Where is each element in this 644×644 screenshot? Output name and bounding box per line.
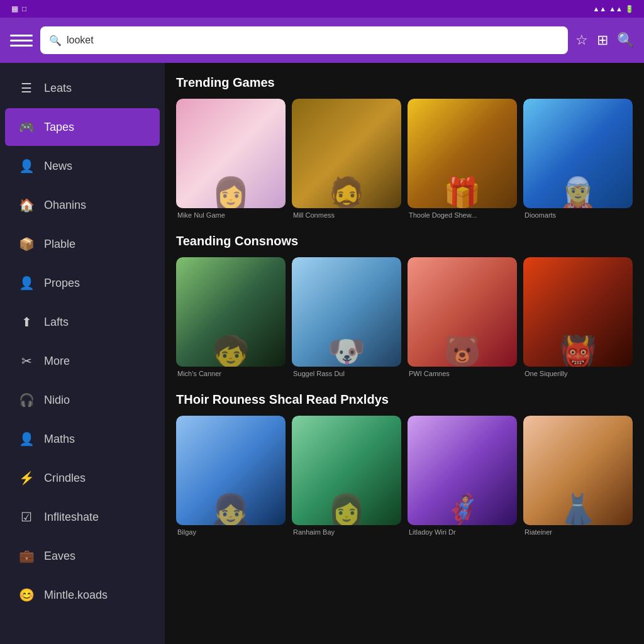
sidebar-label-maths: Maths xyxy=(44,433,75,446)
game-label-g5: Mich's Canner xyxy=(176,367,286,379)
game-image-g5: 🧒 xyxy=(176,257,286,367)
sidebar-label-plable: Plable xyxy=(44,238,75,251)
games-grid-trending-games: 👩Mike Nul Game🧔Mill Conmess🎁Thoole Doged… xyxy=(176,99,633,220)
section-title-trending-comnows: Teanding Consnows xyxy=(176,234,633,248)
game-image-g10: 👩 xyxy=(292,416,401,525)
sidebar-label-propes: Propes xyxy=(44,277,80,290)
sidebar-item-infliteshate[interactable]: ☑ Infliteshate xyxy=(5,498,160,536)
status-right: ▲▲ ▲▲ 🔋 xyxy=(592,5,636,13)
sidebar-icon-nidio: 🎧 xyxy=(18,391,35,409)
search-input[interactable] xyxy=(67,35,559,46)
status-left: ▦ □ xyxy=(8,4,26,13)
game-card-g6[interactable]: 🐶Suggel Rass Dul xyxy=(292,257,401,379)
game-thumb-g9: 👧 xyxy=(176,416,286,525)
sidebar-icon-eaves: 💼 xyxy=(18,547,35,565)
header-icons: ☆ ⊞ 🔍 xyxy=(575,32,634,48)
sidebar-icon-propes: 👤 xyxy=(18,274,35,292)
sidebar-label-tapes: Tapes xyxy=(44,121,74,134)
sidebar-item-eaves[interactable]: 💼 Eaves xyxy=(5,537,160,575)
game-image-g7: 🐻 xyxy=(408,257,517,367)
section-title-trending-games: Trending Games xyxy=(176,75,633,90)
game-card-g1[interactable]: 👩Mike Nul Game xyxy=(176,99,286,220)
sidebar-item-propes[interactable]: 👤 Propes xyxy=(5,264,160,302)
game-image-g1: 👩 xyxy=(176,99,286,208)
sidebar-label-crindles: Crindles xyxy=(44,472,86,485)
sidebar-item-lafts[interactable]: ⬆ Lafts xyxy=(5,303,160,341)
sidebar-item-nidio[interactable]: 🎧 Nidio xyxy=(5,381,160,419)
game-image-g12: 👗 xyxy=(523,416,633,525)
game-image-g11: 🦸 xyxy=(408,416,517,525)
sidebar-item-leats[interactable]: ☰ Leats xyxy=(5,69,160,107)
sidebar-label-nidio: Nidio xyxy=(44,394,70,407)
game-card-g4[interactable]: 🧝Dioomarts xyxy=(523,99,633,220)
game-thumb-g2: 🧔 xyxy=(292,99,401,208)
battery-icon: 🔋 xyxy=(625,5,634,13)
game-image-g6: 🐶 xyxy=(292,257,401,367)
sidebar-item-ohanins[interactable]: 🏠 Ohanins xyxy=(5,186,160,224)
game-thumb-g1: 👩 xyxy=(176,99,286,208)
hamburger-line3 xyxy=(10,45,33,47)
games-grid-third-section: 👧Bilgay👩Ranhaim Bay🦸Litladoy Wiri Dr👗Ria… xyxy=(176,416,633,537)
search-header-icon[interactable]: 🔍 xyxy=(617,32,634,48)
sidebar-label-ohanins: Ohanins xyxy=(44,199,86,212)
game-thumb-g4: 🧝 xyxy=(523,99,633,208)
sidebar-icon-ohanins: 🏠 xyxy=(18,196,35,214)
game-card-g2[interactable]: 🧔Mill Conmess xyxy=(292,99,401,220)
game-card-g10[interactable]: 👩Ranhaim Bay xyxy=(292,416,401,537)
sidebar-icon-tapes: 🎮 xyxy=(18,118,35,136)
sidebar-icon-plable: 📦 xyxy=(18,235,35,253)
game-card-g8[interactable]: 👹One Siquerilly xyxy=(523,257,633,379)
sidebar-icon-leats: ☰ xyxy=(18,79,35,97)
game-thumb-g6: 🐶 xyxy=(292,257,401,367)
game-thumb-g3: 🎁 xyxy=(408,99,517,208)
game-card-g3[interactable]: 🎁Thoole Doged Shew... xyxy=(408,99,517,220)
grid-icon[interactable]: ⊞ xyxy=(597,32,608,48)
sidebar-item-plable[interactable]: 📦 Plable xyxy=(5,225,160,263)
search-icon: 🔍 xyxy=(49,35,62,47)
game-card-g12[interactable]: 👗Riateiner xyxy=(523,416,633,537)
game-label-g1: Mike Nul Game xyxy=(176,208,286,220)
section-trending-comnows: Teanding Consnows🧒Mich's Canner🐶Suggel R… xyxy=(176,234,633,379)
sidebar-item-tapes[interactable]: 🎮 Tapes xyxy=(5,108,160,146)
hamburger-line1 xyxy=(10,35,33,36)
status-icon1: ▦ xyxy=(11,4,18,13)
hamburger-button[interactable] xyxy=(10,29,33,52)
sidebar-icon-crindles: ⚡ xyxy=(18,469,35,487)
sidebar-label-mintlekoads: Mintle.koads xyxy=(44,589,108,602)
game-card-g5[interactable]: 🧒Mich's Canner xyxy=(176,257,286,379)
sidebar-item-more[interactable]: ✂ More xyxy=(5,342,160,380)
game-thumb-g7: 🐻 xyxy=(408,257,517,367)
game-thumb-g5: 🧒 xyxy=(176,257,286,367)
game-label-g12: Riateiner xyxy=(523,525,633,537)
sidebar-icon-more: ✂ xyxy=(18,352,35,370)
game-label-g2: Mill Conmess xyxy=(292,208,401,220)
sidebar-label-more: More xyxy=(44,355,70,368)
sidebar-label-news: News xyxy=(44,160,72,173)
content-area: Trending Games👩Mike Nul Game🧔Mill Conmes… xyxy=(165,63,644,644)
game-label-g6: Suggel Rass Dul xyxy=(292,367,401,379)
sidebar: ☰ Leats 🎮 Tapes 👤 News 🏠 Ohanins 📦 Plabl… xyxy=(0,63,165,644)
sidebar-item-crindles[interactable]: ⚡ Crindles xyxy=(5,459,160,497)
signal-icon: ▲▲ xyxy=(609,5,623,13)
game-label-g7: PWI Camnes xyxy=(408,367,517,379)
game-card-g9[interactable]: 👧Bilgay xyxy=(176,416,286,537)
game-card-g11[interactable]: 🦸Litladoy Wiri Dr xyxy=(408,416,517,537)
game-thumb-g8: 👹 xyxy=(523,257,633,367)
game-label-g4: Dioomarts xyxy=(523,208,633,220)
header: 🔍 ☆ ⊞ 🔍 xyxy=(0,18,644,63)
game-image-g9: 👧 xyxy=(176,416,286,525)
games-grid-trending-comnows: 🧒Mich's Canner🐶Suggel Rass Dul🐻PWI Camne… xyxy=(176,257,633,379)
star-icon[interactable]: ☆ xyxy=(575,32,588,48)
sidebar-item-maths[interactable]: 👤 Maths xyxy=(5,420,160,458)
sidebar-item-mintlekoads[interactable]: 😊 Mintle.koads xyxy=(5,576,160,614)
sidebar-item-news[interactable]: 👤 News xyxy=(5,147,160,185)
sidebar-label-leats: Leats xyxy=(44,82,72,95)
game-thumb-g12: 👗 xyxy=(523,416,633,525)
game-label-g8: One Siquerilly xyxy=(523,367,633,379)
section-third-section: THoir Rouness Shcal Read Pnxldys👧Bilgay👩… xyxy=(176,392,633,537)
hamburger-line2 xyxy=(10,40,33,42)
sidebar-icon-news: 👤 xyxy=(18,157,35,175)
game-card-g7[interactable]: 🐻PWI Camnes xyxy=(408,257,517,379)
game-thumb-g11: 🦸 xyxy=(408,416,517,525)
search-bar[interactable]: 🔍 xyxy=(40,26,568,54)
